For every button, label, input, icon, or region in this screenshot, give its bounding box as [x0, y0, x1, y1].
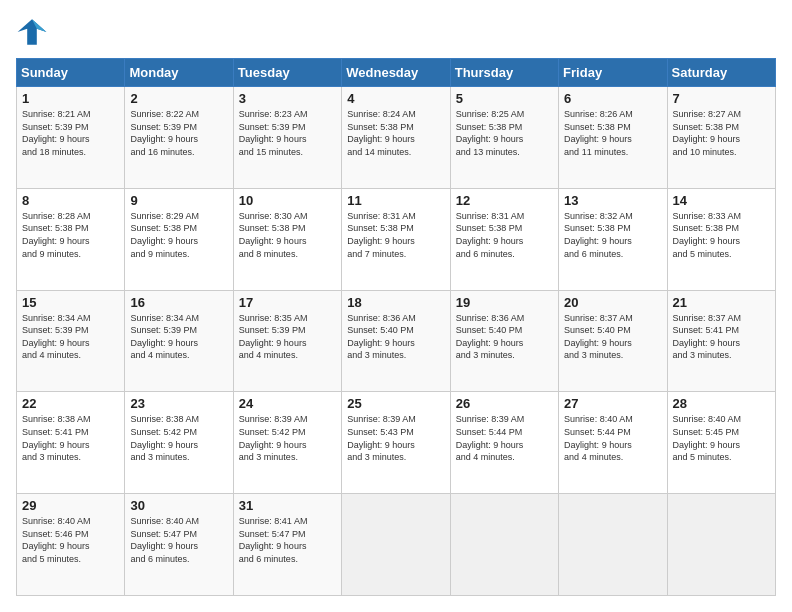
calendar-day-header: Monday — [125, 59, 233, 87]
calendar-day-cell: 30 Sunrise: 8:40 AM Sunset: 5:47 PM Dayl… — [125, 494, 233, 596]
day-info: Sunrise: 8:24 AM Sunset: 5:38 PM Dayligh… — [347, 109, 416, 157]
day-number: 29 — [22, 498, 119, 513]
calendar-week-row: 8 Sunrise: 8:28 AM Sunset: 5:38 PM Dayli… — [17, 188, 776, 290]
calendar-day-cell: 23 Sunrise: 8:38 AM Sunset: 5:42 PM Dayl… — [125, 392, 233, 494]
calendar-day-cell: 5 Sunrise: 8:25 AM Sunset: 5:38 PM Dayli… — [450, 87, 558, 189]
day-number: 14 — [673, 193, 770, 208]
calendar-day-cell: 19 Sunrise: 8:36 AM Sunset: 5:40 PM Dayl… — [450, 290, 558, 392]
day-info: Sunrise: 8:28 AM Sunset: 5:38 PM Dayligh… — [22, 211, 91, 259]
calendar-day-cell: 28 Sunrise: 8:40 AM Sunset: 5:45 PM Dayl… — [667, 392, 775, 494]
calendar-day-cell: 13 Sunrise: 8:32 AM Sunset: 5:38 PM Dayl… — [559, 188, 667, 290]
day-number: 4 — [347, 91, 444, 106]
day-number: 5 — [456, 91, 553, 106]
calendar-day-cell: 22 Sunrise: 8:38 AM Sunset: 5:41 PM Dayl… — [17, 392, 125, 494]
calendar-day-cell: 12 Sunrise: 8:31 AM Sunset: 5:38 PM Dayl… — [450, 188, 558, 290]
day-number: 6 — [564, 91, 661, 106]
day-info: Sunrise: 8:36 AM Sunset: 5:40 PM Dayligh… — [456, 313, 525, 361]
day-number: 1 — [22, 91, 119, 106]
day-info: Sunrise: 8:33 AM Sunset: 5:38 PM Dayligh… — [673, 211, 742, 259]
calendar-day-cell: 21 Sunrise: 8:37 AM Sunset: 5:41 PM Dayl… — [667, 290, 775, 392]
day-info: Sunrise: 8:34 AM Sunset: 5:39 PM Dayligh… — [22, 313, 91, 361]
calendar-day-cell: 14 Sunrise: 8:33 AM Sunset: 5:38 PM Dayl… — [667, 188, 775, 290]
calendar-day-cell: 7 Sunrise: 8:27 AM Sunset: 5:38 PM Dayli… — [667, 87, 775, 189]
calendar-day-cell: 9 Sunrise: 8:29 AM Sunset: 5:38 PM Dayli… — [125, 188, 233, 290]
day-number: 3 — [239, 91, 336, 106]
calendar-week-row: 22 Sunrise: 8:38 AM Sunset: 5:41 PM Dayl… — [17, 392, 776, 494]
calendar-day-cell: 11 Sunrise: 8:31 AM Sunset: 5:38 PM Dayl… — [342, 188, 450, 290]
calendar-day-cell: 29 Sunrise: 8:40 AM Sunset: 5:46 PM Dayl… — [17, 494, 125, 596]
day-number: 18 — [347, 295, 444, 310]
day-number: 21 — [673, 295, 770, 310]
calendar-day-cell: 2 Sunrise: 8:22 AM Sunset: 5:39 PM Dayli… — [125, 87, 233, 189]
logo — [16, 16, 52, 48]
day-info: Sunrise: 8:21 AM Sunset: 5:39 PM Dayligh… — [22, 109, 91, 157]
day-number: 12 — [456, 193, 553, 208]
day-info: Sunrise: 8:38 AM Sunset: 5:41 PM Dayligh… — [22, 414, 91, 462]
calendar-day-cell — [559, 494, 667, 596]
day-info: Sunrise: 8:40 AM Sunset: 5:47 PM Dayligh… — [130, 516, 199, 564]
day-info: Sunrise: 8:36 AM Sunset: 5:40 PM Dayligh… — [347, 313, 416, 361]
calendar-week-row: 15 Sunrise: 8:34 AM Sunset: 5:39 PM Dayl… — [17, 290, 776, 392]
calendar-day-header: Friday — [559, 59, 667, 87]
calendar-day-cell: 26 Sunrise: 8:39 AM Sunset: 5:44 PM Dayl… — [450, 392, 558, 494]
day-info: Sunrise: 8:40 AM Sunset: 5:45 PM Dayligh… — [673, 414, 742, 462]
day-number: 30 — [130, 498, 227, 513]
calendar-day-cell: 15 Sunrise: 8:34 AM Sunset: 5:39 PM Dayl… — [17, 290, 125, 392]
day-info: Sunrise: 8:40 AM Sunset: 5:46 PM Dayligh… — [22, 516, 91, 564]
calendar-day-cell: 6 Sunrise: 8:26 AM Sunset: 5:38 PM Dayli… — [559, 87, 667, 189]
day-number: 20 — [564, 295, 661, 310]
day-number: 2 — [130, 91, 227, 106]
day-info: Sunrise: 8:40 AM Sunset: 5:44 PM Dayligh… — [564, 414, 633, 462]
calendar-day-cell: 8 Sunrise: 8:28 AM Sunset: 5:38 PM Dayli… — [17, 188, 125, 290]
calendar-day-cell: 27 Sunrise: 8:40 AM Sunset: 5:44 PM Dayl… — [559, 392, 667, 494]
calendar-day-header: Thursday — [450, 59, 558, 87]
day-number: 31 — [239, 498, 336, 513]
day-info: Sunrise: 8:39 AM Sunset: 5:43 PM Dayligh… — [347, 414, 416, 462]
day-info: Sunrise: 8:30 AM Sunset: 5:38 PM Dayligh… — [239, 211, 308, 259]
calendar-day-header: Saturday — [667, 59, 775, 87]
calendar-day-cell — [667, 494, 775, 596]
calendar-day-cell: 16 Sunrise: 8:34 AM Sunset: 5:39 PM Dayl… — [125, 290, 233, 392]
calendar-day-cell: 1 Sunrise: 8:21 AM Sunset: 5:39 PM Dayli… — [17, 87, 125, 189]
day-info: Sunrise: 8:39 AM Sunset: 5:44 PM Dayligh… — [456, 414, 525, 462]
day-number: 17 — [239, 295, 336, 310]
day-number: 19 — [456, 295, 553, 310]
day-number: 28 — [673, 396, 770, 411]
day-info: Sunrise: 8:34 AM Sunset: 5:39 PM Dayligh… — [130, 313, 199, 361]
day-number: 9 — [130, 193, 227, 208]
calendar-day-cell: 24 Sunrise: 8:39 AM Sunset: 5:42 PM Dayl… — [233, 392, 341, 494]
day-number: 26 — [456, 396, 553, 411]
day-number: 7 — [673, 91, 770, 106]
day-number: 23 — [130, 396, 227, 411]
day-info: Sunrise: 8:31 AM Sunset: 5:38 PM Dayligh… — [347, 211, 416, 259]
calendar-day-cell: 31 Sunrise: 8:41 AM Sunset: 5:47 PM Dayl… — [233, 494, 341, 596]
day-number: 16 — [130, 295, 227, 310]
day-number: 27 — [564, 396, 661, 411]
day-number: 11 — [347, 193, 444, 208]
calendar-week-row: 29 Sunrise: 8:40 AM Sunset: 5:46 PM Dayl… — [17, 494, 776, 596]
calendar-day-cell: 18 Sunrise: 8:36 AM Sunset: 5:40 PM Dayl… — [342, 290, 450, 392]
calendar-day-cell: 3 Sunrise: 8:23 AM Sunset: 5:39 PM Dayli… — [233, 87, 341, 189]
day-number: 25 — [347, 396, 444, 411]
day-number: 10 — [239, 193, 336, 208]
calendar-week-row: 1 Sunrise: 8:21 AM Sunset: 5:39 PM Dayli… — [17, 87, 776, 189]
day-info: Sunrise: 8:22 AM Sunset: 5:39 PM Dayligh… — [130, 109, 199, 157]
calendar-day-cell — [342, 494, 450, 596]
calendar-day-cell: 20 Sunrise: 8:37 AM Sunset: 5:40 PM Dayl… — [559, 290, 667, 392]
logo-icon — [16, 16, 48, 48]
day-info: Sunrise: 8:31 AM Sunset: 5:38 PM Dayligh… — [456, 211, 525, 259]
calendar-day-header: Tuesday — [233, 59, 341, 87]
day-info: Sunrise: 8:41 AM Sunset: 5:47 PM Dayligh… — [239, 516, 308, 564]
day-info: Sunrise: 8:39 AM Sunset: 5:42 PM Dayligh… — [239, 414, 308, 462]
day-number: 8 — [22, 193, 119, 208]
calendar-header-row: SundayMondayTuesdayWednesdayThursdayFrid… — [17, 59, 776, 87]
day-info: Sunrise: 8:29 AM Sunset: 5:38 PM Dayligh… — [130, 211, 199, 259]
day-info: Sunrise: 8:35 AM Sunset: 5:39 PM Dayligh… — [239, 313, 308, 361]
svg-marker-0 — [18, 19, 47, 45]
calendar-day-cell: 17 Sunrise: 8:35 AM Sunset: 5:39 PM Dayl… — [233, 290, 341, 392]
day-info: Sunrise: 8:25 AM Sunset: 5:38 PM Dayligh… — [456, 109, 525, 157]
day-number: 15 — [22, 295, 119, 310]
day-info: Sunrise: 8:23 AM Sunset: 5:39 PM Dayligh… — [239, 109, 308, 157]
day-info: Sunrise: 8:37 AM Sunset: 5:40 PM Dayligh… — [564, 313, 633, 361]
day-info: Sunrise: 8:37 AM Sunset: 5:41 PM Dayligh… — [673, 313, 742, 361]
